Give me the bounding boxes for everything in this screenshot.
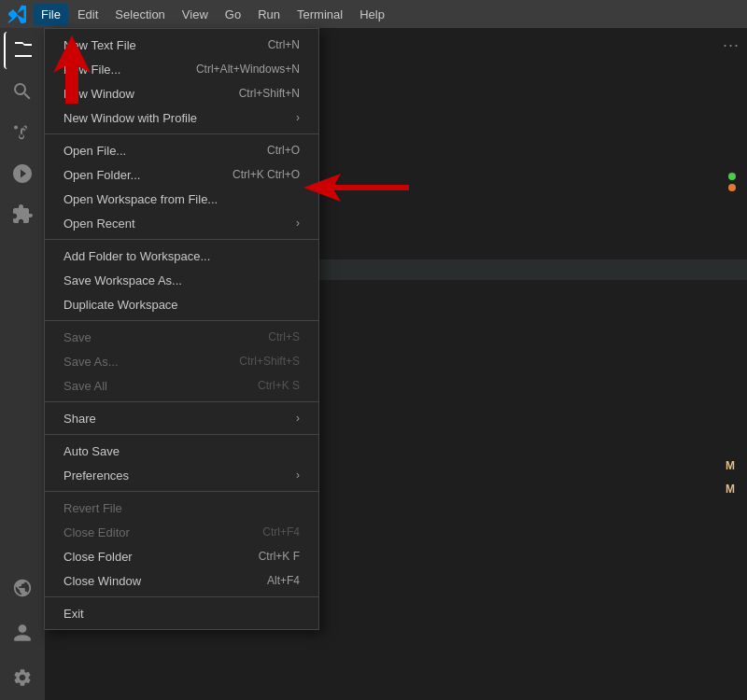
menu-item-label: Close Folder xyxy=(63,550,133,564)
menu-item-label: Add Folder to Workspace... xyxy=(63,249,210,263)
submenu-arrow-icon: › xyxy=(296,469,300,482)
menu-item-save-as-: Save As...Ctrl+Shift+S xyxy=(45,349,318,373)
extensions-activity-icon[interactable] xyxy=(4,196,41,233)
menu-bar-item-selection[interactable]: Selection xyxy=(107,4,172,25)
menu-bar-item-edit[interactable]: Edit xyxy=(70,4,106,25)
menu-item-label: Preferences xyxy=(63,469,129,483)
explorer-activity-icon[interactable] xyxy=(4,32,41,69)
remote-activity-icon[interactable] xyxy=(4,569,41,607)
menu-item-open-workspace-from-file-[interactable]: Open Workspace from File... xyxy=(45,187,318,211)
menu-item-preferences[interactable]: Preferences› xyxy=(45,463,318,487)
menu-separator-4 xyxy=(45,401,318,402)
menu-bar-items: FileEditSelectionViewGoRunTerminalHelp xyxy=(34,4,392,25)
menu-item-close-folder[interactable]: Close FolderCtrl+K F xyxy=(45,544,318,568)
debug-activity-icon[interactable] xyxy=(4,155,41,192)
menu-item-shortcut: Ctrl+Alt+Windows+N xyxy=(196,63,300,76)
source-control-activity-icon[interactable] xyxy=(4,114,41,151)
search-activity-icon[interactable] xyxy=(4,73,41,110)
menu-item-shortcut: Ctrl+Shift+N xyxy=(239,87,300,100)
menu-item-exit[interactable]: Exit xyxy=(45,601,318,625)
menu-item-label: Save xyxy=(63,330,92,344)
menu-bar-item-view[interactable]: View xyxy=(175,4,216,25)
menu-item-label: Revert File xyxy=(63,501,122,515)
menu-item-auto-save[interactable]: Auto Save xyxy=(45,439,318,463)
menu-separator-6 xyxy=(45,491,318,492)
menu-item-label: New Window with Profile xyxy=(63,111,197,125)
menu-item-close-window[interactable]: Close WindowAlt+F4 xyxy=(45,568,318,593)
menu-item-shortcut: Ctrl+S xyxy=(268,330,300,343)
m-marker-2: M xyxy=(726,459,735,472)
status-dot-green xyxy=(728,173,736,180)
menu-item-duplicate-workspace[interactable]: Duplicate Workspace xyxy=(45,292,318,316)
status-dot-orange xyxy=(728,184,736,191)
menu-item-close-editor: Close EditorCtrl+F4 xyxy=(45,520,318,544)
menu-separator-7 xyxy=(45,596,318,597)
menu-item-new-window-with-profile[interactable]: New Window with Profile› xyxy=(45,105,318,130)
menu-item-label: New Window xyxy=(63,87,134,101)
submenu-arrow-icon: › xyxy=(296,217,300,230)
menu-item-shortcut: Ctrl+K Ctrl+O xyxy=(233,168,300,181)
menu-item-new-text-file[interactable]: New Text FileCtrl+N xyxy=(45,33,318,57)
menu-item-shortcut: Ctrl+F4 xyxy=(262,525,300,539)
menu-item-label: Save As... xyxy=(63,355,119,369)
menu-item-label: Close Editor xyxy=(63,525,130,539)
file-dropdown-menu: New Text FileCtrl+NNew File...Ctrl+Alt+W… xyxy=(44,28,319,630)
editor-more-options[interactable]: ··· xyxy=(723,35,740,55)
menu-bar-item-run[interactable]: Run xyxy=(250,4,288,25)
menu-bar-item-file[interactable]: File xyxy=(34,4,68,25)
menu-separator-5 xyxy=(45,434,318,435)
menu-item-label: Save Workspace As... xyxy=(63,273,182,287)
menu-item-shortcut: Ctrl+K S xyxy=(258,379,300,392)
menu-bar: FileEditSelectionViewGoRunTerminalHelp xyxy=(0,0,747,28)
menu-item-new-file-[interactable]: New File...Ctrl+Alt+Windows+N xyxy=(45,57,318,81)
account-activity-icon[interactable] xyxy=(4,614,41,651)
settings-activity-icon[interactable] xyxy=(4,659,41,696)
menu-item-open-folder-[interactable]: Open Folder...Ctrl+K Ctrl+O xyxy=(45,162,318,187)
m-marker-3: M xyxy=(726,483,735,496)
submenu-arrow-icon: › xyxy=(296,111,300,124)
menu-item-shortcut: Ctrl+O xyxy=(267,144,300,157)
menu-item-open-recent[interactable]: Open Recent› xyxy=(45,211,318,235)
menu-item-new-window[interactable]: New WindowCtrl+Shift+N xyxy=(45,81,318,105)
menu-separator-1 xyxy=(45,133,318,134)
vscode-logo-icon xyxy=(7,5,26,23)
menu-bar-item-go[interactable]: Go xyxy=(218,4,248,25)
menu-separator-2 xyxy=(45,239,318,240)
menu-item-label: New File... xyxy=(63,63,120,77)
menu-item-save-all: Save AllCtrl+K S xyxy=(45,373,318,398)
menu-item-label: Duplicate Workspace xyxy=(63,298,178,312)
menu-item-label: Open Folder... xyxy=(63,168,140,182)
menu-bar-item-terminal[interactable]: Terminal xyxy=(289,4,350,25)
menu-item-label: Open File... xyxy=(63,144,126,158)
menu-item-shortcut: Ctrl+K F xyxy=(259,550,300,563)
menu-item-label: Open Recent xyxy=(63,217,135,231)
menu-item-label: Share xyxy=(63,412,96,426)
menu-item-shortcut: Ctrl+Shift+S xyxy=(239,355,300,368)
menu-item-label: Save All xyxy=(63,379,107,393)
menu-item-save-workspace-as-[interactable]: Save Workspace As... xyxy=(45,268,318,292)
submenu-arrow-icon: › xyxy=(296,412,300,425)
editor-status-dots xyxy=(728,173,736,191)
menu-bar-item-help[interactable]: Help xyxy=(352,4,392,25)
menu-item-label: Auto Save xyxy=(63,444,120,458)
menu-item-share[interactable]: Share› xyxy=(45,406,318,430)
menu-separator-3 xyxy=(45,320,318,321)
menu-item-revert-file: Revert File xyxy=(45,496,318,520)
menu-item-label: New Text File xyxy=(63,38,136,52)
menu-item-add-folder-to-workspace-[interactable]: Add Folder to Workspace... xyxy=(45,244,318,268)
menu-item-label: Open Workspace from File... xyxy=(63,192,218,206)
menu-item-save: SaveCtrl+S xyxy=(45,325,318,349)
activity-bar xyxy=(0,28,45,700)
menu-item-open-file-[interactable]: Open File...Ctrl+O xyxy=(45,138,318,162)
menu-item-label: Close Window xyxy=(63,574,141,588)
menu-item-label: Exit xyxy=(63,607,84,621)
menu-item-shortcut: Ctrl+N xyxy=(268,38,300,51)
menu-item-shortcut: Alt+F4 xyxy=(267,574,300,587)
